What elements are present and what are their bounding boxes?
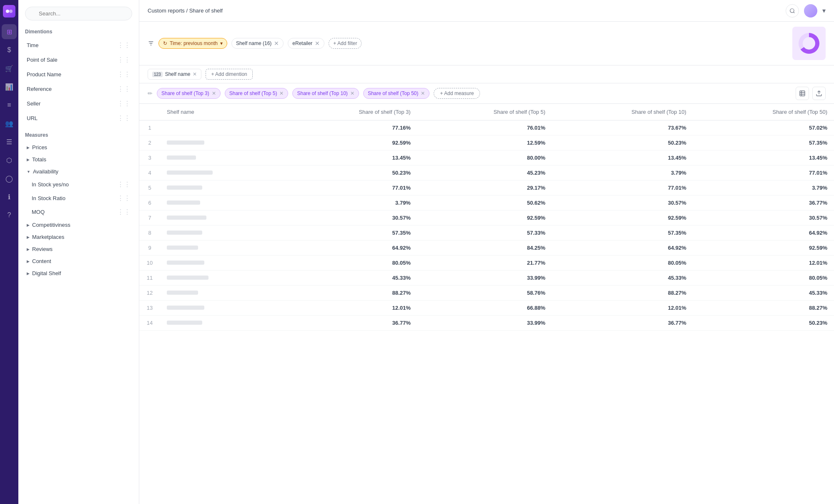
table-row: 3 13.45% 80.00% 13.45% 13.45% bbox=[139, 150, 834, 165]
row-top10-14: 36.77% bbox=[552, 316, 693, 331]
nav-cart[interactable]: 🛒 bbox=[2, 61, 17, 76]
nav-puzzle[interactable]: ⬡ bbox=[2, 153, 17, 168]
nav-help[interactable]: ? bbox=[2, 208, 17, 223]
col-top5[interactable]: Share of shelf (Top 5) bbox=[417, 104, 552, 120]
measure-right-actions bbox=[796, 87, 826, 100]
col-shelf-name[interactable]: Shelf name bbox=[160, 104, 283, 120]
row-shelfname-7 bbox=[160, 211, 283, 226]
time-filter-chip[interactable]: ↻ Time: previous month ▾ bbox=[158, 38, 227, 49]
measure-moq[interactable]: MOQ ⋮⋮ bbox=[25, 205, 132, 219]
dim-chip-close[interactable]: ✕ bbox=[193, 71, 197, 77]
time-filter-label: Time: previous month bbox=[170, 40, 218, 46]
measure-chip-top50-close[interactable]: ✕ bbox=[421, 90, 425, 96]
nav-users[interactable]: 👥 bbox=[2, 116, 17, 131]
dim-seller[interactable]: Seller ⋮⋮ bbox=[25, 96, 132, 111]
donut-chart bbox=[799, 33, 819, 54]
row-top5-5: 29.17% bbox=[417, 181, 552, 196]
add-filter-chip[interactable]: + Add filter bbox=[329, 38, 362, 49]
row-top5-4: 45.23% bbox=[417, 165, 552, 181]
table-row: 2 92.59% 12.59% 50.23% 57.35% bbox=[139, 135, 834, 150]
measure-chip-top50[interactable]: Share of shelf (Top 50) ✕ bbox=[363, 88, 430, 99]
row-shelfname-12 bbox=[160, 286, 283, 301]
export-btn[interactable] bbox=[812, 87, 826, 100]
measure-prices[interactable]: Prices bbox=[25, 141, 132, 153]
shelf-name-dim-chip[interactable]: 123 Shelf name ✕ bbox=[148, 69, 201, 80]
retailer-filter-chip[interactable]: eRetailer ✕ bbox=[288, 38, 324, 49]
dim-point-of-sale[interactable]: Point of Sale ⋮⋮ bbox=[25, 53, 132, 67]
row-top3-7: 30.57% bbox=[283, 211, 417, 226]
measure-digital-shelf[interactable]: Digital Shelf bbox=[25, 267, 132, 279]
measure-totals[interactable]: Totals bbox=[25, 153, 132, 165]
row-top3-11: 45.33% bbox=[283, 271, 417, 286]
shelf-filter-chip[interactable]: Shelf name (16) ✕ bbox=[231, 38, 284, 49]
measure-chip-top10[interactable]: Share of shelf (Top 10) ✕ bbox=[292, 88, 359, 99]
drag-time: ⋮⋮ bbox=[117, 41, 131, 49]
data-table: Shelf name Share of shelf (Top 3) Share … bbox=[139, 104, 834, 331]
nav-list[interactable]: ☰ bbox=[2, 134, 17, 149]
measures-title: Measures bbox=[25, 132, 132, 138]
nav-dollar[interactable]: $ bbox=[2, 43, 17, 58]
measure-availability[interactable]: Availability bbox=[25, 165, 132, 178]
svg-rect-4 bbox=[800, 91, 805, 96]
row-shelfname-3 bbox=[160, 150, 283, 165]
nav-info[interactable]: ℹ bbox=[2, 189, 17, 204]
drag-url: ⋮⋮ bbox=[117, 114, 131, 122]
measure-chip-top5[interactable]: Share of shelf (Top 5) ✕ bbox=[225, 88, 289, 99]
dim-time[interactable]: Time ⋮⋮ bbox=[25, 38, 132, 53]
user-menu-arrow[interactable]: ▾ bbox=[822, 7, 826, 15]
measure-chip-top3[interactable]: Share of shelf (Top 3) ✕ bbox=[157, 88, 221, 99]
measure-instock-yesno[interactable]: In Stock yes/no ⋮⋮ bbox=[25, 178, 132, 191]
header-search-button[interactable] bbox=[786, 4, 799, 18]
measure-instock-ratio[interactable]: In Stock Ratio ⋮⋮ bbox=[25, 191, 132, 205]
row-top5-3: 80.00% bbox=[417, 150, 552, 165]
top-bar: Custom reports / Share of shelf ▾ bbox=[139, 0, 834, 22]
donut-inner bbox=[803, 37, 815, 50]
row-top5-8: 57.33% bbox=[417, 226, 552, 241]
measure-content[interactable]: Content bbox=[25, 255, 132, 267]
measure-reviews[interactable]: Reviews bbox=[25, 243, 132, 255]
col-top10[interactable]: Share of shelf (Top 10) bbox=[552, 104, 693, 120]
measure-chip-top3-close[interactable]: ✕ bbox=[212, 90, 216, 96]
row-num-14: 14 bbox=[139, 316, 160, 331]
measure-competitiviness[interactable]: Competitiviness bbox=[25, 219, 132, 231]
row-num-6: 6 bbox=[139, 196, 160, 211]
row-shelfname-9 bbox=[160, 241, 283, 256]
pencil-icon[interactable]: ✏ bbox=[148, 90, 153, 97]
app-logo[interactable] bbox=[3, 5, 15, 18]
nav-layers[interactable]: ≡ bbox=[2, 98, 17, 113]
row-top10-12: 88.27% bbox=[552, 286, 693, 301]
nav-dashboard[interactable]: ⊞ bbox=[2, 24, 17, 39]
row-top50-11: 80.05% bbox=[693, 271, 834, 286]
table-view-btn[interactable] bbox=[796, 87, 809, 100]
search-input[interactable] bbox=[25, 7, 132, 20]
add-measure-btn[interactable]: + Add measure bbox=[434, 88, 480, 99]
shelf-filter-close[interactable]: ✕ bbox=[274, 40, 279, 46]
row-num-11: 11 bbox=[139, 271, 160, 286]
dim-reference[interactable]: Reference ⋮⋮ bbox=[25, 82, 132, 96]
nav-chart[interactable]: 📊 bbox=[2, 79, 17, 94]
row-num-4: 4 bbox=[139, 165, 160, 181]
add-dimension-btn[interactable]: + Add dimention bbox=[206, 69, 252, 80]
nav-globe[interactable]: ◯ bbox=[2, 171, 17, 186]
col-top50[interactable]: Share of shelf (Top 50) bbox=[693, 104, 834, 120]
shelf-filter-label: Shelf name (16) bbox=[236, 40, 271, 46]
table-body: 1 77.16% 76.01% 73.67% 57.02% 2 92.59% 1… bbox=[139, 120, 834, 331]
row-top3-4: 50.23% bbox=[283, 165, 417, 181]
col-top3[interactable]: Share of shelf (Top 3) bbox=[283, 104, 417, 120]
row-top50-7: 30.57% bbox=[693, 211, 834, 226]
dim-url[interactable]: URL ⋮⋮ bbox=[25, 111, 132, 125]
dim-product-name[interactable]: Product Name ⋮⋮ bbox=[25, 67, 132, 82]
row-num-10: 10 bbox=[139, 256, 160, 271]
row-top5-6: 50.62% bbox=[417, 196, 552, 211]
measure-chip-top5-close[interactable]: ✕ bbox=[279, 90, 284, 96]
measure-marketplaces[interactable]: Marketplaces bbox=[25, 231, 132, 243]
row-num-3: 3 bbox=[139, 150, 160, 165]
row-num-12: 12 bbox=[139, 286, 160, 301]
row-shelfname-10 bbox=[160, 256, 283, 271]
retailer-filter-close[interactable]: ✕ bbox=[315, 40, 320, 46]
table-row: 6 3.79% 50.62% 30.57% 36.77% bbox=[139, 196, 834, 211]
row-top50-6: 36.77% bbox=[693, 196, 834, 211]
measure-chip-top10-close[interactable]: ✕ bbox=[350, 90, 354, 96]
user-avatar[interactable] bbox=[804, 4, 817, 18]
table-row: 11 45.33% 33.99% 45.33% 80.05% bbox=[139, 271, 834, 286]
